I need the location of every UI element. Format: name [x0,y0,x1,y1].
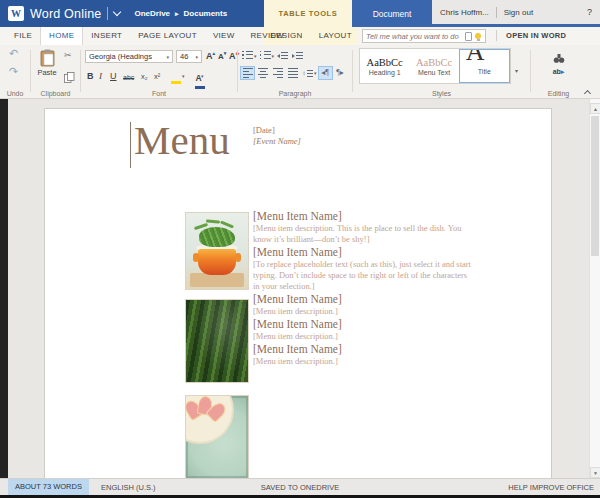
bold-button[interactable]: B [87,67,94,81]
style-title-selected[interactable]: A Title [459,49,510,83]
menu-item-name[interactable]: [Menu Item Name] [253,318,475,331]
style-menu-text[interactable]: AaBbCc Menu Text [409,49,458,83]
menu-item-name[interactable]: [Menu Item Name] [253,246,475,259]
align-left-button[interactable] [240,66,255,80]
word-count-button[interactable]: ABOUT 73 WORDS [8,479,89,495]
menu-item-description[interactable]: [To replace placeholder text (such as th… [253,259,475,292]
menu-item-description[interactable]: [Menu item description.] [253,306,475,317]
date-event-block: [Date] [Event Name] [253,125,301,147]
underline-button[interactable]: U [110,67,117,81]
document-title-tab[interactable]: Document [352,0,432,27]
menu-item-description[interactable]: [Menu item description.] [253,356,475,367]
numbered-list-button[interactable] [258,49,273,63]
left-to-right-button[interactable]: ◂¶ [318,66,333,80]
tab-file[interactable]: FILE [6,27,40,45]
grow-font-button[interactable]: A▴ [206,50,215,61]
tab-insert[interactable]: INSERT [83,27,130,45]
styles-group-label: Styles [353,90,530,97]
lightbulb-icon [475,33,481,39]
document-page[interactable]: Menu [Date] [Event Name] [44,108,552,478]
menu-item-description[interactable]: [Menu item description. This is the plac… [253,223,475,245]
chevron-down-icon: ▾ [201,73,204,79]
event-name-placeholder[interactable]: [Event Name] [253,136,301,147]
menu-item: [Menu Item Name] [Menu item description.… [253,343,475,367]
menu-item-name[interactable]: [Menu Item Name] [253,293,475,306]
menu-item-description[interactable]: [Menu item description.] [253,331,475,342]
right-to-left-button[interactable]: ¶▸ [333,66,348,80]
styles-more-button[interactable]: ▾ [515,67,518,74]
document-title-text[interactable]: Menu [134,117,230,163]
highlight-swatch [171,81,181,84]
breadcrumb-documents[interactable]: Documents [184,9,228,18]
clipboard-icon [40,49,55,67]
redo-button[interactable]: ↷ [9,66,18,77]
paragraph-group: ▾ ▾ ↕ ▾ ◂¶ ¶▸ Paragraph [238,45,352,98]
font-size-select[interactable]: 46▾ [176,50,202,63]
chevron-down-icon: ▾ [193,54,198,60]
font-group: Georgia (Headings▾ 46▾ A▴ A▾ A◆ B I U ab… [81,45,237,98]
justify-button[interactable] [285,66,300,80]
style-heading1[interactable]: AaBbCc Heading 1 [360,49,409,83]
help-improve-office-link[interactable]: HELP IMPROVE OFFICE [508,483,594,492]
collapse-ribbon-button[interactable] [582,88,592,96]
replace-button[interactable]: ab▸ [553,68,565,76]
chevron-down-icon[interactable] [113,7,121,15]
help-button[interactable]: ? [587,7,592,17]
decrease-indent-button[interactable] [275,49,290,63]
cut-scissors-icon[interactable]: ✂ [64,51,72,60]
sign-out-link[interactable]: Sign out [504,8,533,17]
paste-button[interactable]: Paste [34,49,60,77]
tell-me-box[interactable] [362,29,486,43]
tab-page-layout[interactable]: PAGE LAYOUT [130,27,205,45]
tab-review[interactable]: REVIEW [243,27,292,45]
binoculars-icon [553,53,565,64]
document-canvas: Menu [Date] [Event Name] [0,99,600,478]
tab-home[interactable]: HOME [40,27,83,45]
shrink-font-button[interactable]: A▾ [218,50,226,61]
breadcrumb: OneDrive ▸ Documents [134,9,227,18]
breadcrumb-onedrive[interactable]: OneDrive [134,9,170,18]
align-center-button[interactable] [255,66,270,80]
date-placeholder[interactable]: [Date] [253,125,301,136]
undo-button[interactable]: ↶ [9,48,18,59]
superscript-button[interactable]: x² [154,67,160,81]
subscript-button[interactable]: x₂ [141,67,148,81]
menu-photo-asparagus[interactable] [185,299,249,383]
line-spacing-button[interactable]: ↕ [300,66,315,80]
find-button[interactable] [553,50,565,68]
increase-indent-button[interactable] [290,49,305,63]
divider [107,7,108,20]
tell-me-icon [465,32,472,41]
chevron-down-icon: ▾ [314,70,317,76]
vertical-scrollbar[interactable]: ▲ ▼ [589,99,600,478]
scroll-down-button[interactable]: ▼ [590,467,600,478]
menu-item: [Menu Item Name] [To replace placeholder… [253,246,475,292]
tab-layout[interactable]: LAYOUT [311,27,360,45]
open-in-word-button[interactable]: OPEN IN WORD [506,27,566,45]
language-button[interactable]: ENGLISH (U.S.) [101,483,156,492]
clipboard-group: Paste ✂ Clipboard [31,45,80,98]
strikethrough-button[interactable]: abc [123,67,134,81]
scrollbar-thumb[interactable] [591,116,599,256]
menu-item-name[interactable]: [Menu Item Name] [253,343,475,356]
bullet-list-button[interactable] [240,49,255,63]
menu-item-name[interactable]: [Menu Item Name] [253,210,475,223]
copy-button[interactable] [64,69,75,87]
paragraph-group-label: Paragraph [238,90,352,97]
chevron-up-icon [583,90,590,97]
menu-photo-green-beans[interactable] [185,212,249,290]
font-name-select[interactable]: Georgia (Headings▾ [85,50,173,63]
user-name[interactable]: Chris Hoffm... [440,8,489,17]
chevron-down-icon: ▾ [254,53,257,59]
italic-button[interactable]: I [99,67,102,81]
text-cursor [130,122,131,168]
scroll-up-button[interactable]: ▲ [590,103,600,114]
menu-photo-grapefruit[interactable] [185,395,249,479]
tab-view[interactable]: VIEW [205,27,243,45]
font-color-swatch [195,86,205,89]
styles-group: AaBbCc Heading 1 AaBbCc Menu Text A Titl… [353,45,530,98]
align-right-button[interactable] [270,66,285,80]
chevron-down-icon: ▾ [272,53,275,59]
tell-me-input[interactable] [366,32,462,41]
divider [496,7,497,18]
